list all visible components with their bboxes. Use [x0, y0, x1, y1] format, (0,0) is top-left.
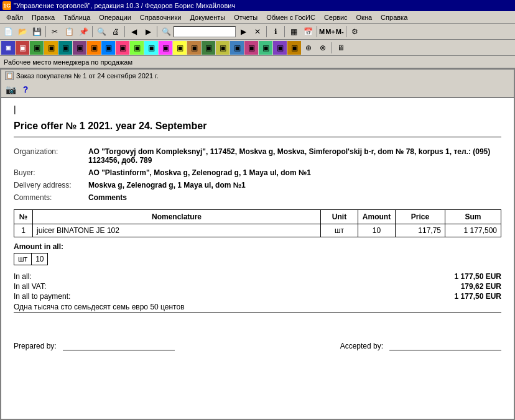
- menu-documents[interactable]: Документы: [186, 13, 229, 22]
- sep6: [284, 26, 285, 37]
- toolbar-color-btn-5[interactable]: ▣: [58, 41, 72, 55]
- toolbar-color-btn-12[interactable]: ▣: [159, 41, 172, 55]
- delivery-label: Delivery address:: [14, 181, 88, 189]
- prepared-by-label: Prepared by:: [14, 342, 57, 350]
- menu-help[interactable]: Справка: [377, 13, 411, 22]
- total-topay-value: 1 177,50 EUR: [427, 292, 501, 301]
- open-btn[interactable]: 📂: [16, 25, 29, 39]
- toolbar-color-btn-4[interactable]: ▣: [44, 41, 58, 55]
- toolbar-color-btn-10[interactable]: ▣: [130, 41, 144, 55]
- prepared-by-block: Prepared by:: [14, 338, 175, 350]
- toolbar-color-btn-7[interactable]: ▣: [87, 41, 101, 55]
- row-sum: 1 177,500: [445, 224, 501, 237]
- cut-btn[interactable]: ✂: [48, 25, 62, 39]
- amount-units-table: шт 10: [14, 253, 48, 265]
- toolbar-color-btn-14[interactable]: ▣: [187, 41, 201, 55]
- menu-exchange[interactable]: Обмен с ГосИС: [262, 13, 319, 22]
- toolbar-misc-btn-2[interactable]: ⊗: [316, 41, 330, 55]
- toolbar-color-btn-19[interactable]: ▣: [259, 41, 272, 55]
- toolbar-color-btn-16[interactable]: ▣: [216, 41, 230, 55]
- settings-btn[interactable]: ⚙: [348, 25, 362, 39]
- doc-save-btn[interactable]: 📷: [4, 83, 17, 96]
- accepted-by-line: [389, 338, 501, 350]
- breadcrumb-bar: Рабочее место менеджера по продажам: [0, 56, 515, 68]
- toolbar-color-btn-1[interactable]: ▣: [1, 41, 15, 55]
- search-go-btn[interactable]: ▶: [236, 25, 250, 39]
- col-amount: Amount: [358, 210, 396, 224]
- toolbar-end-btn[interactable]: 🖥: [334, 41, 348, 55]
- col-sum: Sum: [445, 210, 501, 224]
- menu-table[interactable]: Таблица: [60, 13, 94, 22]
- total-topay-label: In all to payment:: [14, 292, 427, 301]
- buyer-value: АО "Plastinform", Moskva g, Zelenograd g…: [88, 168, 501, 177]
- total-vat-row: In all VAT: 179,62 EUR: [14, 281, 501, 291]
- menu-references[interactable]: Справочники: [136, 13, 185, 22]
- toolbar-color-btn-3[interactable]: ▣: [30, 41, 44, 55]
- sep5: [266, 26, 267, 37]
- doc-help-btn[interactable]: ?: [19, 83, 32, 96]
- toolbar-color-btn-9[interactable]: ▣: [116, 41, 129, 55]
- menu-windows[interactable]: Окна: [353, 13, 376, 22]
- doc-inner: | Price offer № 1 2021. year 24. Septemb…: [1, 98, 514, 357]
- col-unit: Unit: [321, 210, 358, 224]
- menu-reports[interactable]: Отчеты: [230, 13, 261, 22]
- toolbar-color-btn-17[interactable]: ▣: [230, 41, 244, 55]
- total-topay-row: In all to payment: 1 177,50 EUR: [14, 291, 501, 301]
- col-nomenclature: Nomenclature: [33, 210, 321, 224]
- organization-row: Organization: АО "Torgovyj dom Kompleksn…: [14, 147, 501, 165]
- search-input[interactable]: [174, 26, 236, 37]
- sep4: [157, 26, 157, 37]
- doc-main-title: Price offer № 1 2021. year 24. September: [14, 121, 501, 137]
- buyer-row: Buyer: АО "Plastinform", Moskva g, Zelen…: [14, 168, 501, 177]
- menu-bar: Файл Правка Таблица Операции Справочники…: [0, 11, 515, 24]
- toolbar-color-btn-11[interactable]: ▣: [144, 41, 158, 55]
- menu-edit[interactable]: Правка: [28, 13, 58, 22]
- toolbar-color-btn-20[interactable]: ▣: [273, 41, 287, 55]
- prepared-by-line: [63, 338, 175, 350]
- cursor-indicator: |: [14, 104, 501, 114]
- new-btn[interactable]: 📄: [1, 25, 15, 39]
- toolbar-color-btn-6[interactable]: ▣: [73, 41, 86, 55]
- doc-title-bar-text: Заказ покупателя № 1 от 24 сентября 2021…: [16, 72, 159, 80]
- doc-title-bar: 📋 Заказ покупателя № 1 от 24 сентября 20…: [0, 68, 515, 82]
- organization-label: Organization:: [14, 147, 88, 165]
- paste-btn[interactable]: 📌: [77, 25, 90, 39]
- accepted-by-label: Accepted by:: [340, 342, 383, 350]
- forward-btn[interactable]: ▶: [141, 25, 155, 39]
- row-amount: 10: [358, 224, 396, 237]
- toolbar-misc-btn-1[interactable]: ⊕: [302, 41, 315, 55]
- col-price: Price: [396, 210, 445, 224]
- info-btn[interactable]: ℹ: [269, 25, 282, 39]
- comments-value: Comments: [88, 193, 501, 202]
- app-icon: 1C: [2, 1, 11, 10]
- search-clear-btn[interactable]: ✕: [251, 25, 264, 39]
- toolbar-color-btn-15[interactable]: ▣: [202, 41, 215, 55]
- calendar-btn[interactable]: 📅: [301, 25, 315, 39]
- row-price: 117,75: [396, 224, 445, 237]
- save-btn[interactable]: 💾: [30, 25, 44, 39]
- toolbar-color-btn-13[interactable]: ▣: [173, 41, 187, 55]
- total-vat-value: 179,62 EUR: [427, 282, 501, 291]
- search-btn[interactable]: 🔍: [159, 25, 173, 39]
- total-inall-row: In all: 1 177,50 EUR: [14, 272, 501, 281]
- toolbar-color-btn-21[interactable]: ▣: [287, 41, 301, 55]
- print-preview-btn[interactable]: 🔍: [95, 25, 108, 39]
- total-inall-label: In all:: [14, 272, 427, 281]
- row-unit: шт: [321, 224, 358, 237]
- back-btn[interactable]: ◀: [127, 25, 141, 39]
- menu-service[interactable]: Сервис: [320, 13, 351, 22]
- print-btn[interactable]: 🖨: [109, 25, 123, 39]
- menu-operations[interactable]: Операции: [95, 13, 134, 22]
- totals-section: In all: 1 177,50 EUR In all VAT: 179,62 …: [14, 272, 501, 313]
- doc-icon: 📋: [5, 71, 14, 80]
- font-m: M: [319, 28, 325, 35]
- toolbar-color-btn-8[interactable]: ▣: [101, 41, 115, 55]
- row-no: 1: [14, 224, 33, 237]
- copy-btn[interactable]: 📋: [62, 25, 76, 39]
- sep8: [346, 26, 346, 37]
- toolbar-color-btn-2[interactable]: ▣: [16, 41, 29, 55]
- toolbar-color-btn-18[interactable]: ▣: [244, 41, 258, 55]
- organization-value: АО "Torgovyj dom Kompleksnyj", 117452, M…: [88, 147, 501, 165]
- menu-file[interactable]: Файл: [2, 13, 27, 22]
- calc-btn[interactable]: ▦: [287, 25, 300, 39]
